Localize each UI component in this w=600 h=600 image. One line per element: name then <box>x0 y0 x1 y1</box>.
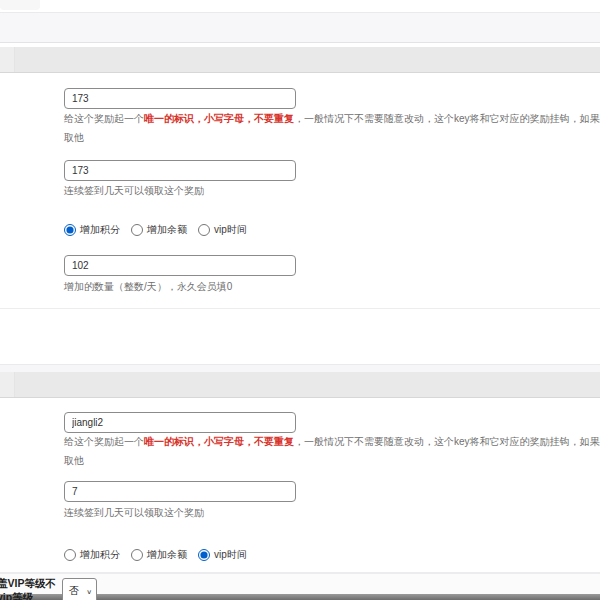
toolbar-band <box>0 12 600 43</box>
reward2-key-input[interactable] <box>64 412 296 433</box>
reward1-type-balance[interactable]: 增加余额 <box>131 221 187 239</box>
chevron-down-icon: ∨ <box>86 587 92 594</box>
reward1-amount-help: 增加的数量（整数/天），永久会员填0 <box>64 277 600 296</box>
reward2-type-viptime[interactable]: vip时间 <box>198 546 247 564</box>
reward2-days-help: 连续签到几天可以领取这个奖励 <box>64 503 600 522</box>
top-partial-element <box>0 0 40 10</box>
section-divider <box>0 308 600 309</box>
radio-points-1[interactable] <box>64 224 76 236</box>
key-help-red-warning: 唯一的标识，小写字母，不要重复 <box>144 113 294 124</box>
reward2-days-input[interactable] <box>64 481 296 502</box>
vip-level-label-line1: 盖VIP等级不 <box>0 577 67 590</box>
radio-label: 增加积分 <box>80 548 120 562</box>
vip-level-label-line2: vip等级 <box>0 591 67 600</box>
rewards-admin-page: 给这个奖励起一个唯一的标识，小写字母，不要重复，一般情况下不需要随意改动，这个k… <box>0 0 600 600</box>
reward1-type-viptime[interactable]: vip时间 <box>198 221 247 239</box>
radio-label: vip时间 <box>214 223 247 237</box>
section-header-divider <box>0 372 15 397</box>
radio-viptime-1[interactable] <box>198 224 210 236</box>
reward1-key-input[interactable] <box>64 88 296 109</box>
radio-points-2[interactable] <box>64 549 76 561</box>
reward1-key-help: 给这个奖励起一个唯一的标识，小写字母，不要重复，一般情况下不需要随意改动，这个k… <box>64 109 600 147</box>
radio-label: vip时间 <box>214 548 247 562</box>
reward1-type-points[interactable]: 增加积分 <box>64 221 120 239</box>
section-header-2 <box>0 372 600 398</box>
key-help-red-warning: 唯一的标识，小写字母，不要重复 <box>144 436 294 447</box>
select-value: 否 <box>69 584 79 598</box>
radio-label: 增加余额 <box>147 548 187 562</box>
radio-label: 增加余额 <box>147 223 187 237</box>
reward1-amount-input[interactable] <box>64 255 296 276</box>
key-help-line1: 给这个奖励起一个唯一的标识，小写字母，不要重复，一般情况下不需要随意改动，这个k… <box>64 109 600 128</box>
reward1-days-help: 连续签到几天可以领取这个奖励 <box>64 181 600 200</box>
key-help-line1: 给这个奖励起一个唯一的标识，小写字母，不要重复，一般情况下不需要随意改动，这个k… <box>64 432 600 451</box>
reward2-key-help: 给这个奖励起一个唯一的标识，小写字母，不要重复，一般情况下不需要随意改动，这个k… <box>64 432 600 470</box>
key-help-line2: 取他 <box>64 128 600 147</box>
section-header-divider <box>0 47 15 72</box>
reward1-days-input[interactable] <box>64 160 296 181</box>
radio-viptime-2[interactable] <box>198 549 210 561</box>
radio-label: 增加积分 <box>80 223 120 237</box>
reward2-type-balance[interactable]: 增加余额 <box>131 546 187 564</box>
radio-balance-2[interactable] <box>131 549 143 561</box>
section2-band <box>0 364 600 372</box>
radio-balance-1[interactable] <box>131 224 143 236</box>
section-header-1 <box>0 47 600 73</box>
reward2-type-points[interactable]: 增加积分 <box>64 546 120 564</box>
vip-override-select[interactable]: 否 ∨ <box>62 578 97 600</box>
key-help-line2: 取他 <box>64 451 600 470</box>
